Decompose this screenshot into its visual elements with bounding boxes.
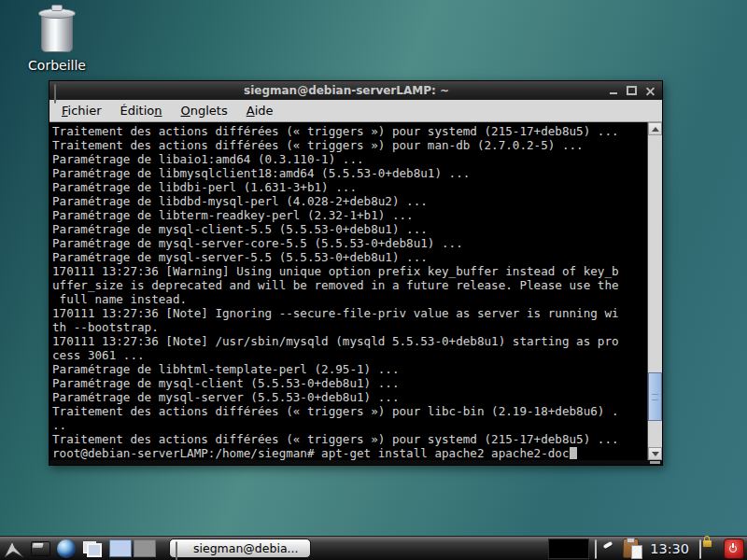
lock-screen-button[interactable] [698, 539, 720, 559]
terminal-window: siegman@debian-serverLAMP: ~ FichierÉdit… [49, 80, 663, 466]
scrollbar-track[interactable] [648, 135, 662, 447]
file-manager-button[interactable] [29, 539, 51, 559]
minimize-button[interactable] [608, 86, 618, 96]
terminal-line: uffer_size is deprecated and will be rem… [52, 278, 647, 292]
scrollbar[interactable] [647, 122, 662, 460]
resize-grip[interactable] [650, 461, 660, 464]
power-icon [729, 544, 739, 553]
menu-item-0[interactable]: Fichier [53, 103, 110, 119]
terminal-line: Traitement des actions différées (« trig… [52, 432, 647, 446]
terminal-line: Traitement des actions différées (« trig… [52, 138, 647, 152]
terminal-line: full name instead. [52, 292, 647, 306]
terminal-line: Traitement des actions différées (« trig… [52, 124, 647, 138]
globe-icon [57, 539, 76, 558]
show-desktop-button[interactable] [81, 539, 104, 559]
trash-icon[interactable]: Corbeille [21, 7, 93, 73]
titlebar[interactable]: siegman@debian-serverLAMP: ~ [49, 81, 662, 100]
prompt-line: root@debian-serverLAMP:/home/siegman# ap… [52, 446, 647, 460]
terminal-content: Traitement des actions différées (« trig… [49, 122, 662, 460]
app-menu-button[interactable] [3, 539, 25, 559]
minimize-icon [610, 92, 617, 94]
windows-icon [83, 540, 102, 557]
menu-arrow-icon [4, 539, 24, 558]
terminal-line: Paramétrage de libterm-readkey-perl (2.3… [52, 208, 647, 222]
window-title: siegman@debian-serverLAMP: ~ [87, 84, 606, 97]
terminal-output[interactable]: Traitement des actions différées (« trig… [49, 122, 647, 460]
taskbar: siegman@debia... 13:30 [0, 536, 747, 560]
file-manager-icon [31, 541, 50, 556]
padlock-icon [703, 540, 712, 547]
terminal-cursor [570, 447, 577, 459]
terminal-line: Paramétrage de mysql-server (5.5.53-0+de… [52, 390, 647, 404]
maximize-button[interactable] [627, 86, 637, 96]
menu-item-3[interactable]: Aide [238, 103, 282, 119]
menu-item-1[interactable]: Édition [112, 103, 171, 119]
terminal-icon [176, 542, 190, 554]
terminal-line: 170111 13:27:36 [Note] /usr/sbin/mysqld … [52, 334, 647, 348]
trash-label: Corbeille [21, 58, 93, 73]
terminal-line: th --bootstrap. [52, 320, 647, 334]
close-button[interactable] [645, 86, 655, 96]
close-icon [646, 87, 655, 95]
screenshot-tool-tray-item[interactable] [593, 539, 615, 559]
scroll-down-button[interactable] [648, 447, 662, 460]
menu-bar: FichierÉditionOngletsAide [49, 100, 662, 122]
arrow-down-icon [652, 452, 659, 456]
terminal-line: Paramétrage de mysql-client-5.5 (5.5.53-… [52, 222, 647, 236]
web-browser-button[interactable] [55, 539, 78, 559]
lock-screen-icon [699, 540, 718, 556]
terminal-line: Paramétrage de libaio1:amd64 (0.3.110-1)… [52, 152, 647, 166]
terminal-line: 170111 13:27:36 [Warning] Using unique o… [52, 264, 647, 278]
workspace-2[interactable] [134, 539, 156, 557]
taskbar-window-label: siegman@debia... [193, 541, 298, 555]
terminal-line: Paramétrage de libhtml-template-perl (2.… [52, 362, 647, 376]
taskbar-window-button[interactable]: siegman@debia... [169, 539, 311, 558]
terminal-line: Paramétrage de mysql-server-5.5 (5.5.53-… [52, 250, 647, 264]
terminal-line: Traitement des actions différées (« trig… [52, 404, 647, 418]
cpu-monitor[interactable] [548, 539, 589, 559]
menu-item-2[interactable]: Onglets [173, 103, 236, 119]
monitor-tool-icon [595, 540, 613, 556]
arrow-up-icon [652, 127, 659, 132]
clipboard-manager-tray-item[interactable] [619, 539, 641, 559]
desktop: Corbeille siegman@debian-serverLAMP: ~ F… [0, 0, 747, 560]
terminal-window-icon [54, 85, 68, 97]
terminal-line: Paramétrage de libmysqlclient18:amd64 (5… [52, 166, 647, 180]
trash-can-icon [41, 13, 73, 52]
maximize-icon [627, 86, 637, 95]
window-bottom-border [49, 460, 662, 465]
workspace-pager [109, 539, 156, 557]
workspace-1[interactable] [109, 539, 132, 557]
scroll-up-button[interactable] [648, 122, 662, 135]
clock[interactable]: 13:30 [650, 541, 689, 556]
clipboard-icon [623, 539, 639, 558]
terminal-line: Paramétrage de mysql-client (5.5.53-0+de… [52, 376, 647, 390]
terminal-line: .. [52, 418, 647, 432]
terminal-line: Paramétrage de mysql-server-core-5.5 (5.… [52, 236, 647, 250]
terminal-line: cess 3061 ... [52, 348, 647, 362]
terminal-line: 170111 13:27:36 [Note] Ignoring --secure… [52, 306, 647, 320]
terminal-line: Paramétrage de libdbi-perl (1.631-3+b1) … [52, 180, 647, 194]
scrollbar-thumb[interactable] [648, 372, 662, 421]
terminal-line: Paramétrage de libdbd-mysql-perl (4.028-… [52, 194, 647, 208]
logout-button[interactable] [724, 539, 744, 559]
window-controls [608, 86, 657, 96]
